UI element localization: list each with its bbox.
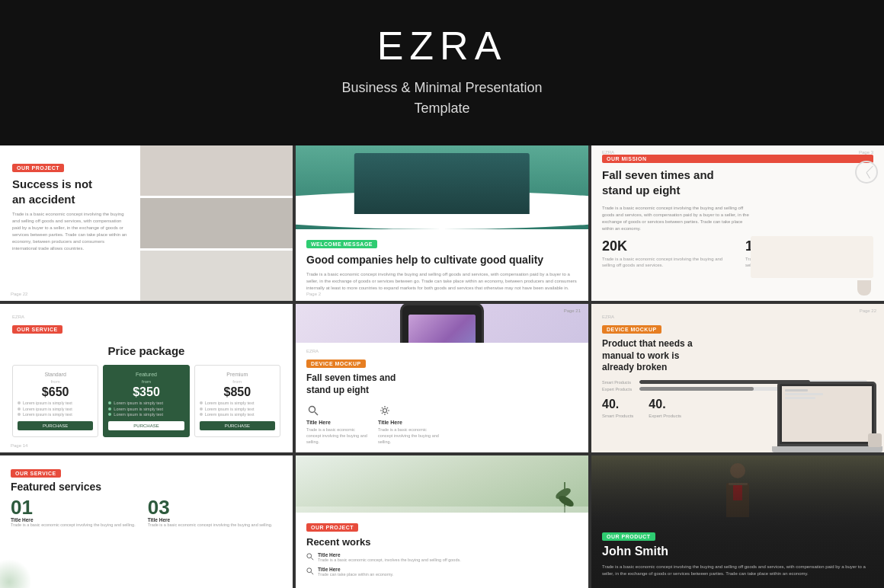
slide5-brand: EZRA [306,349,578,353]
app-title: EZRA [15,23,869,69]
slide4-tag: OUR SERVICE [12,325,62,334]
slide-john-smith: OUR PRODUCT John Smith Trade is a basic … [591,455,884,588]
slide6-stat1: 40. Smart Products [602,398,633,419]
slide4-brand: EZRA [12,315,280,319]
slide5-page: Page 21 [564,308,581,313]
slide5-content: EZRA DEVICE MOCKUP Fall seven times and … [296,343,588,452]
slide3-stat1: 20K Trade is a basic economic concept in… [602,238,730,269]
slide7-num2: 03 Title Here Trade is a basic economic … [148,497,273,529]
laptop-screen-content [782,386,872,402]
works-item-2-text: Title Here Trade can take place within a… [318,567,393,578]
works-item-1: Title Here Trade is a basic economic con… [306,552,578,564]
slide-success: OUR PROJECT Success is not an accident T… [0,145,293,301]
slide5-icon1: Title Here Trade is a basic economic con… [306,404,367,445]
slide1-img2 [140,198,293,248]
slide8-tag: OUR PROJECT [306,523,358,532]
purchase-btn-1[interactable]: PURCHASE [18,421,93,430]
slide3-heading: Fall seven times and stand up eight [602,168,751,197]
slide8-heading: Recent works [306,536,578,549]
price-cards: Standard from $650 Lorem ipsum is simply… [12,365,280,437]
purchase-btn-2[interactable]: PURCHASE [108,421,184,430]
svg-line-1 [315,412,318,415]
slide8-works: Title Here Trade is a basic economic con… [306,552,578,577]
shelf [296,507,588,513]
slide6-heading: Product that needs a manual to work is a… [602,338,756,374]
gear-icon [378,404,392,417]
laptop-screen-outer [777,382,876,446]
price-feature-3-2: Lorem ipsum is simply text [200,407,275,411]
price-feature-1-3: Lorem ipsum is simply text [18,412,93,417]
works-item-1-text: Title Here Trade is a basic economic con… [318,552,461,564]
price-card-premium: Premium from $850 Lorem ipsum is simply … [194,365,280,437]
header: EZRA Good help good EZRA Business & Mini… [0,0,884,145]
slide5-icons: Title Here Trade is a basic economic con… [306,404,578,445]
price-feature-1-2: Lorem ipsum is simply text [18,407,93,411]
prog-bar-fill-2 [639,387,754,391]
slide2-content: WELCOME MESSAGE Good companies help to c… [296,229,588,301]
slide6-page: Page 22 [860,308,876,313]
slide4-heading: Price package [12,344,280,357]
slide-tablet-mockup: EZRA DEVICE MOCKUP Fall seven times and … [296,304,588,452]
slide-product-manual: EZRA DEVICE MOCKUP Product that needs a … [591,304,884,452]
slide2-image [296,145,588,229]
price-feature-2-2: Lorem ipsum is simply text [108,407,184,411]
slide-price: EZRA OUR SERVICE Price package Standard … [0,304,293,452]
slide9-body: Trade is a basic economic concept involv… [602,564,873,577]
slide5-tag: DEVICE MOCKUP [306,360,366,368]
price-feature-2-1: Lorem ipsum is simply text [108,401,184,405]
slide1-img1 [140,145,293,196]
slide-featured-services: OUR SERVICE Featured services 01 Title H… [0,455,293,588]
slide3-page-top: Page 3 [859,150,873,155]
price-card-standard: Standard from $650 Lorem ipsum is simply… [12,365,98,437]
slide2-heading: Good companies help to cultivate good qu… [306,253,578,267]
works-item-2: Title Here Trade can take place within a… [306,567,578,578]
slide2-page: Page 2 [306,292,321,296]
slide-recent-works: OUR PROJECT Recent works Title Here Trad… [296,455,588,588]
slide9-heading: John Smith [602,544,873,560]
purchase-btn-3[interactable]: PURCHASE [200,421,275,430]
slide9-content: OUR PRODUCT John Smith Trade is a basic … [591,520,884,588]
laptop-screen-inner [782,386,872,442]
slide1-img3 [140,251,293,301]
slide6-tag: DEVICE MOCKUP [602,325,661,334]
slide2-body: Trade is a basic economic concept involv… [306,271,578,292]
laptop-device [766,382,884,452]
slide9-tag: OUR PRODUCT [602,532,655,541]
slide8-content: OUR PROJECT Recent works Title Here Trad… [296,513,588,588]
slide2-building [354,153,530,214]
slide5-heading: Fall seven times and stand up eight [306,372,578,396]
chair-decoration [865,433,884,452]
slide3-body: Trade is a basic economic concept involv… [602,205,751,232]
price-feature-1-1: Lorem ipsum is simply text [18,401,93,405]
slide-fall-seven: EZRA Page 3 OUR MISSION Fall seven times… [591,145,884,301]
search-icon-2 [306,567,314,575]
slide7-heading: Featured services [11,481,282,493]
slide1-page: Page 22 [11,292,27,296]
slide7-plant-decoration [0,558,30,588]
search-icon [306,404,320,417]
slide5-icon2: Title Here Trade is a basic economic con… [378,404,439,445]
slide1-body: Trade is a basic economic concept involv… [12,211,128,252]
header-content: EZRA Business & Minimal Presentation Tem… [0,0,884,145]
price-feature-2-3: Lorem ipsum is simply text [108,412,184,417]
slide7-num1: 01 Title Here Trade is a basic economic … [11,497,136,529]
slide6-stat2: 40. Expert Products [649,398,681,419]
svg-point-3 [307,554,312,558]
price-feature-3-3: Lorem ipsum is simply text [200,412,275,417]
svg-point-2 [383,409,387,413]
slide6-brand: EZRA [602,315,867,319]
slide-good-companies: WELCOME MESSAGE Good companies help to c… [296,145,588,301]
svg-point-5 [307,568,312,573]
slide3-clock-decoration [855,161,878,184]
app-subtitle: Business & Minimal Presentation Template [15,78,869,119]
svg-point-0 [309,407,315,413]
slide7-nums: 01 Title Here Trade is a basic economic … [11,497,282,529]
price-feature-3-1: Lorem ipsum is simply text [200,401,275,405]
slide3-brand: EZRA [602,150,614,155]
search-icon-1 [306,553,314,561]
slide1-images [140,145,293,301]
slide1-heading: Success is not an accident [12,177,128,206]
slide7-tag: OUR SERVICE [11,469,61,478]
svg-line-4 [311,558,313,560]
slide3-tag: OUR MISSION [602,155,873,163]
